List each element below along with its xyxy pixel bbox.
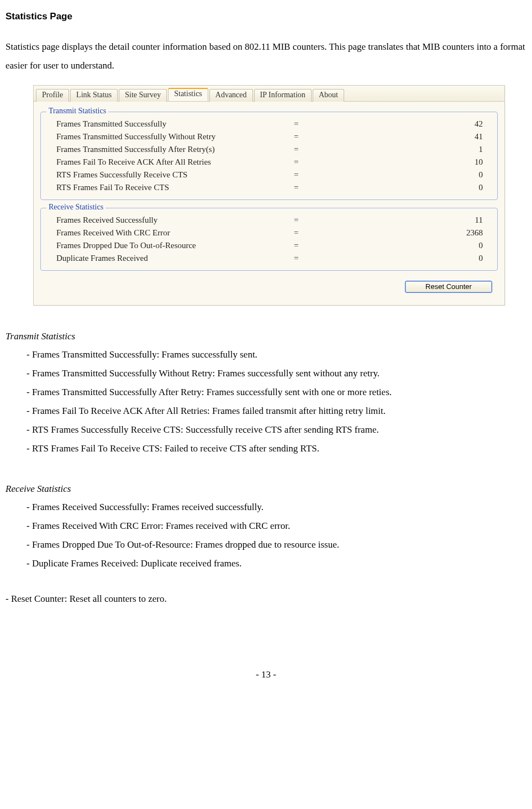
table-row: RTS Frames Successfully Receive CTS = 0 [56, 169, 487, 181]
list-item: - Frames Transmitted Successfully Withou… [27, 364, 526, 383]
page-title: Statistics Page [6, 11, 526, 22]
stat-label: Frames Transmitted Successfully After Re… [56, 145, 294, 154]
tab-site-survey[interactable]: Site Survey [119, 89, 167, 102]
table-row: Frames Fail To Receive ACK After All Ret… [56, 156, 487, 169]
equals-sign: = [294, 254, 310, 263]
intro-paragraph: Statistics page displays the detail coun… [6, 38, 526, 75]
receive-explain-list: - Frames Received Successfully: Frames r… [6, 498, 526, 573]
stat-label: RTS Frames Fail To Receive CTS [56, 183, 294, 192]
stat-label: Frames Transmitted Successfully Without … [56, 132, 294, 141]
stat-value: 10 [310, 157, 487, 167]
transmit-explain-title: Transmit Statistics [6, 331, 526, 342]
stat-label: Frames Fail To Receive ACK After All Ret… [56, 157, 294, 167]
equals-sign: = [294, 157, 310, 167]
tab-ip-information[interactable]: IP Information [254, 89, 312, 102]
tabs-bar: Profile Link Status Site Survey Statisti… [34, 86, 504, 102]
table-row: Duplicate Frames Received = 0 [56, 252, 487, 265]
transmit-statistics-group: Transmit Statistics Frames Transmitted S… [40, 112, 498, 200]
tab-about[interactable]: About [313, 89, 344, 102]
reset-counter-button[interactable]: Reset Counter [405, 281, 492, 293]
stat-label: RTS Frames Successfully Receive CTS [56, 170, 294, 180]
list-item: - Duplicate Frames Received: Duplicate r… [27, 554, 526, 573]
reset-explain: - Reset Counter: Reset all counters to z… [6, 590, 526, 608]
stat-value: 1 [310, 145, 487, 154]
table-row: Frames Dropped Due To Out-of-Resource = … [56, 239, 487, 252]
equals-sign: = [294, 145, 310, 154]
tab-statistics[interactable]: Statistics [168, 88, 208, 101]
table-row: Frames Received With CRC Error = 2368 [56, 227, 487, 239]
table-row: Frames Transmitted Successfully Without … [56, 130, 487, 143]
tab-content-statistics: Transmit Statistics Frames Transmitted S… [34, 102, 504, 305]
stat-label: Duplicate Frames Received [56, 254, 294, 263]
equals-sign: = [294, 119, 310, 129]
table-row: Frames Received Successfully = 11 [56, 214, 487, 227]
list-item: - Frames Fail To Receive ACK After All R… [27, 402, 526, 421]
stat-value: 0 [310, 170, 487, 180]
list-item: - Frames Transmitted Successfully: Frame… [27, 345, 526, 364]
receive-group-legend: Receive Statistics [46, 203, 106, 212]
list-item: - RTS Frames Successfully Receive CTS: S… [27, 421, 526, 439]
equals-sign: = [294, 241, 310, 250]
stat-value: 0 [310, 254, 487, 263]
stat-label: Frames Dropped Due To Out-of-Resource [56, 241, 294, 250]
equals-sign: = [294, 183, 310, 192]
equals-sign: = [294, 170, 310, 180]
list-item: - Frames Received Successfully: Frames r… [27, 498, 526, 517]
receive-statistics-group: Receive Statistics Frames Received Succe… [40, 208, 498, 271]
table-row: Frames Transmitted Successfully = 42 [56, 118, 487, 130]
stat-value: 2368 [310, 228, 487, 238]
list-item: - Frames Dropped Due To Out-of-Resource:… [27, 535, 526, 554]
stat-value: 42 [310, 119, 487, 129]
equals-sign: = [294, 228, 310, 238]
transmit-group-legend: Transmit Statistics [46, 107, 108, 115]
equals-sign: = [294, 216, 310, 225]
tab-link-status[interactable]: Link Status [70, 89, 118, 102]
statistics-app-window: Profile Link Status Site Survey Statisti… [33, 85, 505, 306]
table-row: Frames Transmitted Successfully After Re… [56, 143, 487, 156]
page-number: - 13 - [6, 669, 526, 680]
list-item: - Frames Transmitted Successfully After … [27, 383, 526, 402]
stat-label: Frames Transmitted Successfully [56, 119, 294, 129]
table-row: RTS Frames Fail To Receive CTS = 0 [56, 181, 487, 194]
stat-label: Frames Received Successfully [56, 216, 294, 225]
stat-value: 41 [310, 132, 487, 141]
receive-explain-title: Receive Statistics [6, 484, 526, 495]
tab-profile[interactable]: Profile [36, 89, 69, 102]
stat-value: 0 [310, 241, 487, 250]
equals-sign: = [294, 132, 310, 141]
list-item: - RTS Frames Fail To Receive CTS: Failed… [27, 439, 526, 458]
stat-label: Frames Received With CRC Error [56, 228, 294, 238]
stat-value: 0 [310, 183, 487, 192]
tab-advanced[interactable]: Advanced [209, 89, 253, 102]
list-item: - Frames Received With CRC Error: Frames… [27, 517, 526, 535]
transmit-explain-list: - Frames Transmitted Successfully: Frame… [6, 345, 526, 458]
stat-value: 11 [310, 216, 487, 225]
